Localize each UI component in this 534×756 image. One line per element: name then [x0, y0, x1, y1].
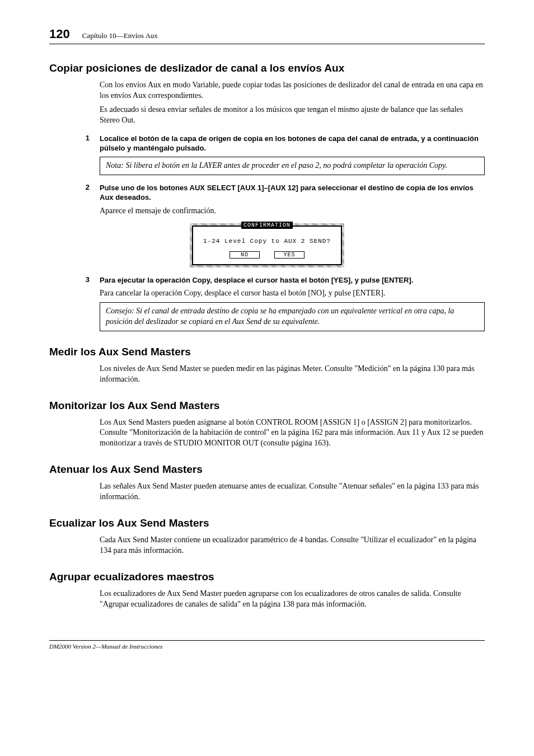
page-header: 120 Capítulo 10—Envíos Aux: [49, 27, 485, 44]
section-title-atenuar: Atenuar los Aux Send Masters: [49, 463, 485, 476]
tip-box: Consejo: Si el canal de entrada destino …: [100, 302, 485, 331]
note-box: Nota: Si libera el botón en la LAYER ant…: [100, 157, 485, 175]
dialog-yes-button: YES: [274, 251, 305, 259]
section-title-medir: Medir los Aux Send Masters: [49, 346, 485, 358]
body-text: Las señales Aux Send Master pueden atenu…: [100, 481, 485, 503]
step-text: Para ejecutar la operación Copy, desplac…: [100, 275, 413, 285]
chapter-label: Capítulo 10—Envíos Aux: [82, 31, 158, 40]
step-text: Pulse uno de los botones AUX SELECT [AUX…: [100, 183, 485, 203]
body-text: Aparece el mensaje de confirmación.: [100, 206, 485, 217]
confirmation-dialog: CONFIRMATION 1-24 Level Copy to AUX 2 SE…: [49, 223, 485, 267]
section-title-ecualizar: Ecualizar los Aux Send Masters: [49, 517, 485, 529]
body-text: Los ecualizadores de Aux Send Master pue…: [100, 589, 485, 610]
dialog-title: CONFIRMATION: [241, 222, 293, 229]
body-text: Cada Aux Send Master contiene un ecualiz…: [100, 535, 485, 556]
page-number: 120: [49, 27, 70, 41]
body-text: Con los envíos Aux en modo Variable, pue…: [100, 80, 485, 101]
dialog-message: 1-24 Level Copy to AUX 2 SEND?: [198, 238, 336, 245]
body-text: Los niveles de Aux Send Master se pueden…: [100, 364, 485, 385]
dialog-no-button: NO: [229, 251, 260, 259]
step-number: 3: [83, 275, 90, 285]
step-number: 2: [83, 183, 90, 203]
body-text: Los Aux Send Masters pueden asignarse al…: [100, 417, 485, 449]
section-title-copiar: Copiar posiciones de deslizador de canal…: [49, 62, 485, 74]
step-text: Localice el botón de la capa de origen d…: [100, 134, 485, 153]
step-number: 1: [83, 134, 90, 153]
section-title-agrupar: Agrupar ecualizadores maestros: [49, 571, 485, 583]
body-text: Para cancelar la operación Copy, desplac…: [100, 288, 485, 299]
section-title-monitorizar: Monitorizar los Aux Send Masters: [49, 400, 485, 412]
footer: DM2000 Version 2—Manual de Instrucciones: [49, 640, 485, 650]
body-text: Es adecuado si desea enviar señales de m…: [100, 105, 485, 126]
